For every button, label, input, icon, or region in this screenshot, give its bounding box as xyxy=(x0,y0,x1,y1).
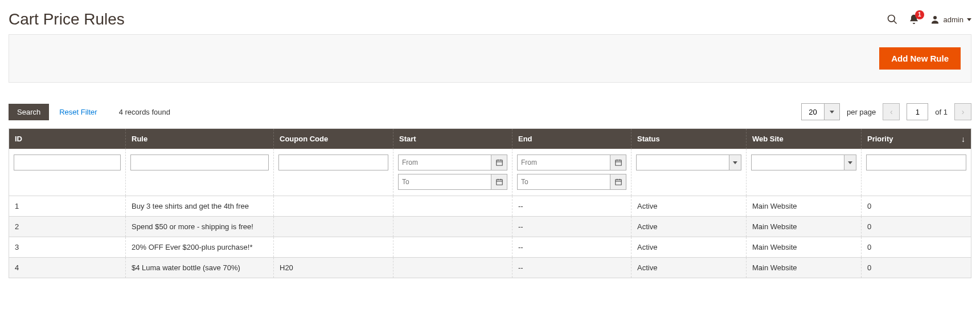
filter-row xyxy=(9,149,971,196)
cell-id: 4 xyxy=(9,258,126,278)
cell-website: Main Website xyxy=(747,196,862,217)
filter-rule-input[interactable] xyxy=(130,155,269,170)
filter-coupon-input[interactable] xyxy=(278,155,388,170)
calendar-icon[interactable] xyxy=(610,174,626,190)
cell-priority: 0 xyxy=(862,217,971,237)
per-page-label: per page xyxy=(847,108,876,116)
cell-coupon: H20 xyxy=(274,258,393,278)
search-icon[interactable] xyxy=(887,14,898,25)
cell-website: Main Website xyxy=(747,258,862,278)
chevron-right-icon: › xyxy=(962,108,965,116)
cell-priority: 0 xyxy=(862,258,971,278)
cell-end: -- xyxy=(512,217,632,237)
col-header-start[interactable]: Start xyxy=(393,129,512,149)
of-pages-label: of 1 xyxy=(935,108,948,116)
col-header-status[interactable]: Status xyxy=(632,129,747,149)
notification-badge: 1 xyxy=(915,10,924,19)
reset-filter-link[interactable]: Reset Filter xyxy=(59,108,97,116)
calendar-icon[interactable] xyxy=(491,174,507,190)
cell-start xyxy=(393,217,512,237)
current-page-input[interactable] xyxy=(907,103,928,120)
svg-point-2 xyxy=(933,16,937,19)
cell-priority: 0 xyxy=(862,237,971,258)
table-row[interactable]: 4$4 Luma water bottle (save 70%)H20--Act… xyxy=(9,258,971,278)
svg-rect-7 xyxy=(496,180,502,185)
search-button[interactable]: Search xyxy=(9,104,49,120)
filter-priority-input[interactable] xyxy=(866,155,966,170)
sort-arrow-icon: ↓ xyxy=(961,135,965,144)
svg-rect-3 xyxy=(496,160,502,165)
cell-rule: Buy 3 tee shirts and get the 4th free xyxy=(126,196,274,217)
rules-table: ID Rule Coupon Code Start End Status Web… xyxy=(9,128,971,278)
cell-status: Active xyxy=(632,217,747,237)
cell-priority: 0 xyxy=(862,196,971,217)
table-row[interactable]: 320% OFF Ever $200-plus purchase!*--Acti… xyxy=(9,237,971,258)
cell-website: Main Website xyxy=(747,237,862,258)
cell-status: Active xyxy=(632,196,747,217)
page-size-dropdown-button[interactable] xyxy=(824,103,840,120)
calendar-icon[interactable] xyxy=(491,155,507,170)
cell-rule: 20% OFF Ever $200-plus purchase!* xyxy=(126,237,274,258)
col-header-id[interactable]: ID xyxy=(9,129,126,149)
filter-end-to-input[interactable] xyxy=(517,174,610,190)
col-header-priority[interactable]: Priority↓ xyxy=(862,129,971,149)
table-row[interactable]: 1Buy 3 tee shirts and get the 4th free--… xyxy=(9,196,971,217)
cell-id: 3 xyxy=(9,237,126,258)
chevron-down-icon[interactable] xyxy=(729,155,741,170)
cell-rule: Spend $50 or more - shipping is free! xyxy=(126,217,274,237)
cell-start xyxy=(393,258,512,278)
page-title: Cart Price Rules xyxy=(9,10,125,29)
cell-status: Active xyxy=(632,258,747,278)
cell-status: Active xyxy=(632,237,747,258)
cell-website: Main Website xyxy=(747,217,862,237)
filter-start-to-input[interactable] xyxy=(398,174,491,190)
col-header-end[interactable]: End xyxy=(512,129,632,149)
svg-line-1 xyxy=(893,21,896,24)
col-header-website[interactable]: Web Site xyxy=(747,129,862,149)
cell-end: -- xyxy=(512,258,632,278)
chevron-left-icon: ‹ xyxy=(890,108,893,116)
col-header-coupon[interactable]: Coupon Code xyxy=(274,129,393,149)
calendar-icon[interactable] xyxy=(610,155,626,170)
page-size-select[interactable] xyxy=(801,103,840,120)
filter-website-select[interactable] xyxy=(751,155,856,170)
svg-rect-11 xyxy=(615,160,621,165)
chevron-down-icon xyxy=(967,18,971,21)
filter-end-from-input[interactable] xyxy=(517,155,610,170)
username-label: admin xyxy=(944,15,963,24)
cell-end: -- xyxy=(512,196,632,217)
cell-start xyxy=(393,237,512,258)
filter-status-select[interactable] xyxy=(636,155,741,170)
cell-coupon xyxy=(274,237,393,258)
cell-rule: $4 Luma water bottle (save 70%) xyxy=(126,258,274,278)
add-new-rule-button[interactable]: Add New Rule xyxy=(879,47,961,70)
notifications-icon[interactable]: 1 xyxy=(908,14,920,25)
svg-rect-15 xyxy=(615,180,621,185)
page-size-input[interactable] xyxy=(801,103,824,120)
filter-start-from-input[interactable] xyxy=(398,155,491,170)
cell-start xyxy=(393,196,512,217)
user-menu[interactable]: admin xyxy=(930,14,971,25)
table-row[interactable]: 2Spend $50 or more - shipping is free!--… xyxy=(9,217,971,237)
cell-id: 1 xyxy=(9,196,126,217)
chevron-down-icon xyxy=(830,111,834,113)
cell-end: -- xyxy=(512,237,632,258)
next-page-button[interactable]: › xyxy=(954,103,971,120)
filter-id-input[interactable] xyxy=(14,155,121,170)
svg-point-0 xyxy=(888,15,895,22)
col-header-rule[interactable]: Rule xyxy=(126,129,274,149)
records-found: 4 records found xyxy=(119,108,170,116)
cell-coupon xyxy=(274,196,393,217)
cell-id: 2 xyxy=(9,217,126,237)
cell-coupon xyxy=(274,217,393,237)
prev-page-button[interactable]: ‹ xyxy=(883,103,900,120)
chevron-down-icon[interactable] xyxy=(844,155,856,170)
